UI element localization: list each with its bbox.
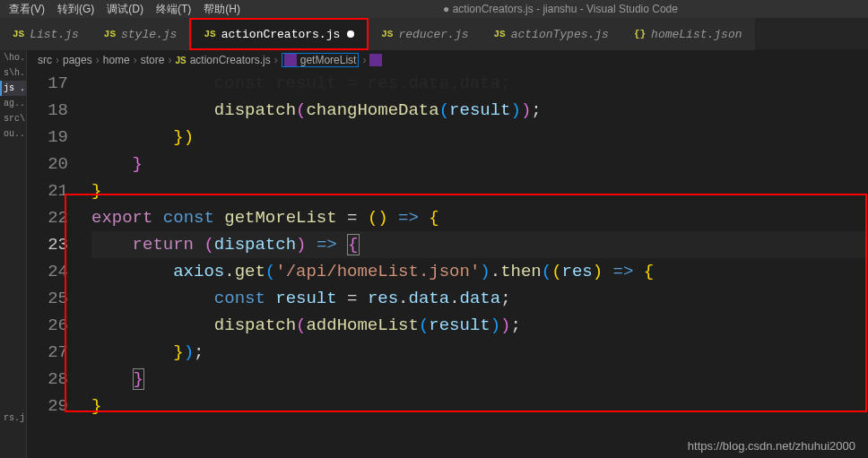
code-line[interactable]: } (91, 393, 868, 419)
chevron-icon: › (96, 54, 100, 66)
file-icon: JS (104, 29, 116, 39)
tab-label: actionTypes.js (511, 28, 609, 41)
breadcrumb-item[interactable]: home (103, 54, 130, 66)
code-line[interactable]: } (91, 177, 868, 204)
tab[interactable]: JSreducer.js (369, 18, 481, 50)
code-line[interactable]: dispatch(addHomeList(result)); (91, 312, 868, 339)
code-line[interactable]: export const getMoreList = () => { (91, 204, 868, 231)
menu-item[interactable]: 查看(V) (9, 3, 45, 15)
tab[interactable]: JSactionCreators.js (189, 18, 369, 50)
file-icon: JS (13, 29, 24, 39)
code-line[interactable]: return (dispatch) => { (91, 231, 868, 258)
breadcrumb-symbol[interactable] (369, 54, 386, 66)
file-icon: JS (204, 29, 215, 39)
method-icon (284, 54, 297, 66)
file-icon: JS (381, 29, 393, 39)
breadcrumb-item[interactable]: pages (63, 54, 92, 66)
line-number: 26 (27, 312, 68, 339)
sidebar-item[interactable]: \ho... (0, 50, 26, 65)
chevron-icon: › (362, 54, 366, 66)
menu-item[interactable]: 帮助(H) (204, 3, 240, 15)
line-number: 19 (27, 124, 68, 151)
line-number: 24 (27, 258, 68, 285)
tab[interactable]: JSstyle.js (91, 18, 190, 50)
code-line[interactable]: }) (91, 124, 868, 151)
code-line[interactable]: const result = res.data.data; (91, 285, 868, 312)
tab-bar: JSList.jsJSstyle.jsJSactionCreators.jsJS… (0, 18, 868, 50)
line-number: 17 (27, 70, 68, 97)
breadcrumb-item[interactable]: src (38, 54, 52, 66)
menu-bar: 查看(V)转到(G)调试(D)终端(T)帮助(H) ● actionCreato… (0, 0, 868, 18)
tab-label: reducer.js (398, 28, 468, 41)
sidebar-item[interactable]: rs.js (0, 410, 26, 426)
line-number: 18 (27, 97, 68, 124)
line-number: 23 (27, 231, 68, 258)
breadcrumb[interactable]: src›pages›home›store›JSactionCreators.js… (27, 50, 868, 70)
chevron-icon: › (274, 54, 278, 66)
sidebar-item[interactable]: ag... (0, 96, 26, 111)
line-number: 21 (27, 177, 68, 204)
tab[interactable]: {}homeList.json (621, 18, 755, 50)
code-line[interactable]: } (91, 151, 868, 177)
breadcrumb-file[interactable]: JSactionCreators.js (175, 54, 270, 66)
chevron-icon: › (168, 54, 171, 66)
line-number-gutter: 17181920212223242526272829 (27, 70, 91, 458)
code-line[interactable]: dispatch(changHomeData(result)); (91, 97, 868, 124)
editor[interactable]: 17181920212223242526272829 const result … (27, 70, 868, 458)
code-line[interactable]: }); (91, 339, 868, 366)
menu-item[interactable]: 转到(G) (57, 3, 94, 15)
sidebar-item[interactable]: s\h... (0, 65, 26, 81)
line-number: 20 (27, 151, 68, 177)
tab-label: homeList.json (651, 28, 742, 41)
method-icon (369, 54, 382, 66)
chevron-icon: › (134, 54, 137, 66)
code-line[interactable]: axios.get('/api/homeList.json').then((re… (91, 258, 868, 285)
sidebar-item[interactable]: js ... (0, 81, 26, 96)
file-icon: JS (493, 29, 505, 39)
menu-item[interactable]: 调试(D) (107, 3, 143, 15)
tab-label: List.js (30, 28, 79, 41)
window-title: ● actionCreators.js - jianshu - Visual S… (253, 3, 868, 15)
code-line[interactable]: const result = res.data.data; (91, 70, 868, 97)
line-number: 29 (27, 393, 68, 419)
file-icon: JS (175, 56, 186, 65)
sidebar-item[interactable]: ou... (0, 126, 26, 142)
line-number: 28 (27, 366, 68, 393)
breadcrumb-item[interactable]: store (141, 54, 165, 66)
code-area[interactable]: const result = res.data.data; dispatch(c… (91, 70, 868, 458)
open-editors-sidebar: \ho...s\h...js ...ag...src\...ou... rs.j… (0, 50, 27, 458)
line-number: 27 (27, 339, 68, 366)
watermark: https://blog.csdn.net/zhuhui2000 (688, 439, 855, 453)
chevron-icon: › (56, 54, 59, 66)
line-number: 22 (27, 204, 68, 231)
tab[interactable]: JSactionTypes.js (481, 18, 621, 50)
sidebar-item[interactable]: src\... (0, 111, 26, 126)
code-line[interactable]: } (91, 366, 868, 393)
breadcrumb-symbol[interactable]: getMoreList (282, 53, 360, 67)
dirty-indicator (347, 30, 354, 38)
line-number: 25 (27, 285, 68, 312)
file-icon: {} (634, 29, 646, 39)
menu-item[interactable]: 终端(T) (156, 3, 191, 15)
tab-label: actionCreators.js (221, 28, 341, 41)
tab-label: style.js (121, 28, 177, 41)
tab[interactable]: JSList.js (0, 18, 91, 50)
